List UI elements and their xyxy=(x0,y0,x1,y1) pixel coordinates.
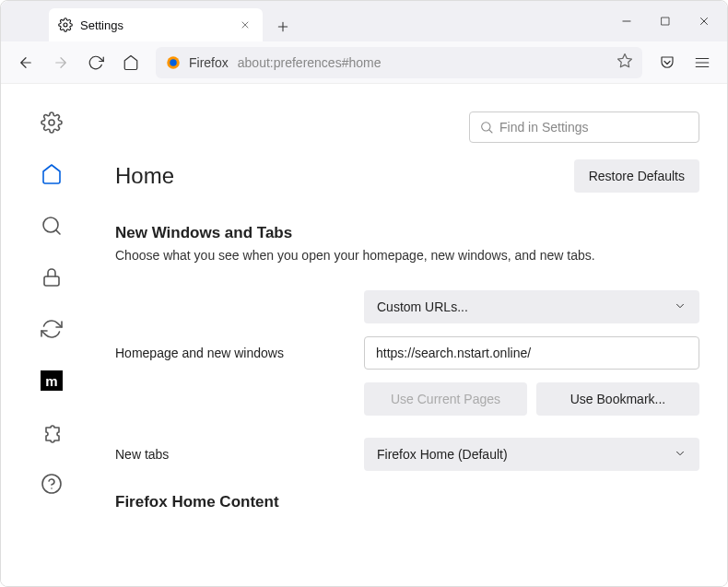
svg-rect-7 xyxy=(44,276,59,286)
chevron-down-icon xyxy=(674,299,687,315)
svg-point-3 xyxy=(170,59,177,66)
use-current-pages-button[interactable]: Use Current Pages xyxy=(364,382,527,416)
newtabs-select[interactable]: Firefox Home (Default) xyxy=(364,438,699,471)
search-icon xyxy=(479,120,494,135)
find-in-settings-input[interactable]: Find in Settings xyxy=(469,112,699,143)
minimize-button[interactable] xyxy=(609,8,644,34)
use-bookmark-button[interactable]: Use Bookmark... xyxy=(536,382,699,416)
find-placeholder: Find in Settings xyxy=(499,120,589,135)
browser-name-label: Firefox xyxy=(189,55,229,70)
sidebar-item-help[interactable] xyxy=(39,471,65,497)
reload-button[interactable] xyxy=(80,47,112,78)
url-text: about:preferences#home xyxy=(238,55,382,70)
homepage-mode-select[interactable]: Custom URLs... xyxy=(364,290,699,323)
maximize-button[interactable] xyxy=(648,8,683,34)
section-heading-new-windows: New Windows and Tabs xyxy=(115,224,699,242)
sidebar-item-home[interactable] xyxy=(39,161,65,187)
section-heading-home-content: Firefox Home Content xyxy=(115,493,699,511)
sidebar-item-sync[interactable] xyxy=(39,316,65,342)
sidebar-item-more[interactable]: m xyxy=(39,368,65,393)
select-value: Firefox Home (Default) xyxy=(377,447,508,462)
m-icon: m xyxy=(41,370,63,391)
sidebar: m xyxy=(1,84,102,586)
back-button[interactable] xyxy=(10,47,41,78)
content-area: m Find in Settings Home Restore Defaults… xyxy=(1,84,727,586)
select-value: Custom URLs... xyxy=(377,299,468,314)
svg-rect-1 xyxy=(662,18,669,25)
close-icon[interactable] xyxy=(237,17,253,33)
home-button[interactable] xyxy=(115,47,147,78)
svg-marker-4 xyxy=(618,54,632,67)
restore-defaults-button[interactable]: Restore Defaults xyxy=(574,159,699,193)
sidebar-item-privacy[interactable] xyxy=(39,264,65,290)
svg-point-0 xyxy=(64,23,67,27)
svg-point-8 xyxy=(42,475,61,493)
newtabs-label: New tabs xyxy=(115,447,364,462)
window-controls xyxy=(609,8,722,34)
section-description: Choose what you see when you open your h… xyxy=(115,248,699,263)
bookmark-star-icon[interactable] xyxy=(616,53,633,72)
menu-button[interactable] xyxy=(687,47,718,78)
svg-point-5 xyxy=(49,120,54,125)
main-panel: Find in Settings Home Restore Defaults N… xyxy=(102,84,727,586)
toolbar: Firefox about:preferences#home xyxy=(1,41,727,84)
firefox-icon xyxy=(165,54,182,71)
sidebar-item-extensions[interactable] xyxy=(39,419,65,445)
forward-button[interactable] xyxy=(45,47,76,78)
close-window-button[interactable] xyxy=(687,8,722,34)
homepage-url-input[interactable] xyxy=(364,336,699,370)
pocket-button[interactable] xyxy=(652,47,683,78)
svg-point-9 xyxy=(482,123,490,131)
url-bar[interactable]: Firefox about:preferences#home xyxy=(156,47,642,78)
sidebar-item-search[interactable] xyxy=(39,213,65,239)
browser-tab-settings[interactable]: Settings xyxy=(49,8,263,41)
sidebar-item-general[interactable] xyxy=(39,110,65,135)
homepage-label: Homepage and new windows xyxy=(115,346,364,360)
new-tab-button[interactable] xyxy=(268,12,298,41)
tab-bar: Settings xyxy=(1,1,727,41)
gear-icon xyxy=(58,18,73,32)
page-title: Home xyxy=(115,163,174,189)
tab-label: Settings xyxy=(80,18,237,32)
chevron-down-icon xyxy=(674,447,687,463)
